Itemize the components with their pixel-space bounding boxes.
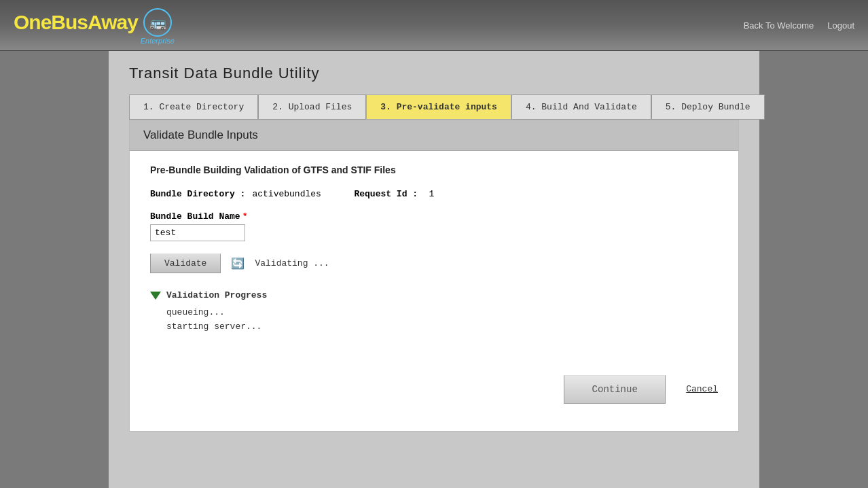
- main-container: Transit Data Bundle Utility 1. Create Di…: [109, 51, 759, 488]
- required-star: *: [242, 211, 248, 222]
- info-row: Bundle Directory : activebundles Request…: [150, 189, 718, 199]
- logo-bus-icon: 🚌: [141, 5, 175, 39]
- page-title: Transit Data Bundle Utility: [129, 65, 739, 82]
- tab-build-validate[interactable]: 4. Build And Validate: [511, 94, 651, 120]
- back-to-welcome-link[interactable]: Back To Welcome: [744, 20, 814, 31]
- bundle-build-name-label: Bundle Build Name*: [150, 211, 718, 222]
- content-panel: Validate Bundle Inputs Pre-Bundle Buildi…: [129, 120, 739, 432]
- logo-text: OneBusAway: [14, 11, 138, 34]
- tab-upload-files[interactable]: 2. Upload Files: [258, 94, 366, 120]
- logo-area: OneBusAway 🚌 Enterprise: [14, 5, 175, 45]
- action-row: Validate 🔄 Validating ...: [150, 254, 718, 273]
- progress-section: Validation Progress queueing... starting…: [150, 290, 718, 334]
- content-body: Pre-Bundle Building Validation of GTFS a…: [130, 151, 738, 431]
- validating-icon: 🔄: [231, 257, 245, 271]
- validating-text: Validating ...: [255, 258, 329, 268]
- header: OneBusAway 🚌 Enterprise Back To Welcome …: [0, 0, 868, 51]
- bundle-build-name-input[interactable]: [150, 224, 245, 241]
- progress-log: queueing... starting server...: [166, 306, 718, 334]
- logo-enterprise: Enterprise: [14, 37, 175, 45]
- progress-log-line-2: starting server...: [166, 320, 718, 334]
- tabs: 1. Create Directory 2. Upload Files 3. P…: [129, 94, 739, 120]
- tab-pre-validate[interactable]: 3. Pre-validate inputs: [366, 94, 511, 120]
- cancel-button[interactable]: Cancel: [686, 384, 718, 394]
- continue-button[interactable]: Continue: [564, 375, 666, 404]
- bundle-directory-value: activebundles: [252, 189, 333, 199]
- logout-link[interactable]: Logout: [827, 20, 854, 31]
- subtitle: Pre-Bundle Building Validation of GTFS a…: [150, 164, 718, 175]
- progress-log-line-1: queueing...: [166, 306, 718, 320]
- header-nav: Back To Welcome Logout: [744, 20, 854, 31]
- progress-title: Validation Progress: [166, 290, 267, 300]
- request-id-value: 1: [429, 189, 434, 199]
- progress-header: Validation Progress: [150, 290, 718, 300]
- tab-deploy-bundle[interactable]: 5. Deploy Bundle: [651, 94, 765, 120]
- bottom-buttons: Continue Cancel: [150, 375, 718, 417]
- triangle-icon: [150, 292, 161, 300]
- logo-wrapper: OneBusAway 🚌 Enterprise: [14, 5, 175, 45]
- content-header: Validate Bundle Inputs: [130, 120, 738, 151]
- bundle-build-name-field: Bundle Build Name*: [150, 211, 718, 241]
- tab-create-directory[interactable]: 1. Create Directory: [129, 94, 258, 120]
- svg-text:🚌: 🚌: [149, 14, 166, 31]
- request-id-label: Request Id :: [354, 189, 422, 199]
- bundle-directory-label: Bundle Directory :: [150, 189, 245, 199]
- validate-button[interactable]: Validate: [150, 254, 221, 273]
